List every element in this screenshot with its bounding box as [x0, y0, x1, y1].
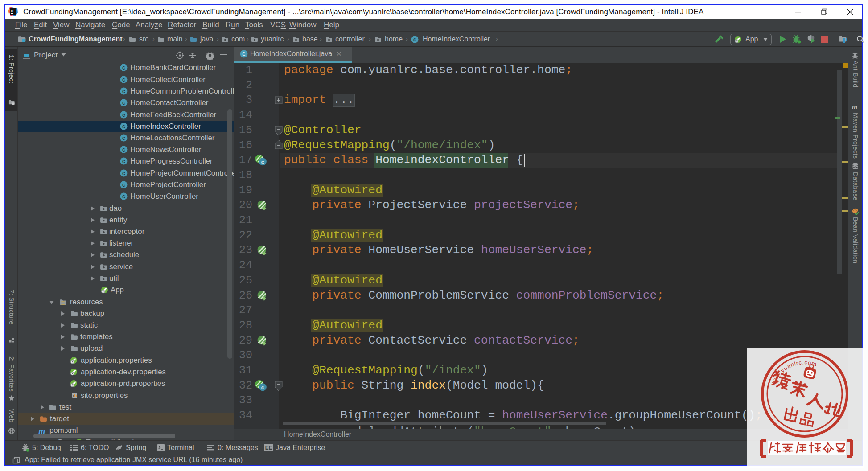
svg-text:m: m	[852, 103, 857, 111]
svg-text:IJ: IJ	[11, 9, 13, 13]
svg-text:EE: EE	[265, 445, 272, 451]
svg-text:C: C	[242, 52, 246, 58]
svg-text:c: c	[261, 385, 264, 391]
svg-text:c: c	[261, 159, 264, 166]
